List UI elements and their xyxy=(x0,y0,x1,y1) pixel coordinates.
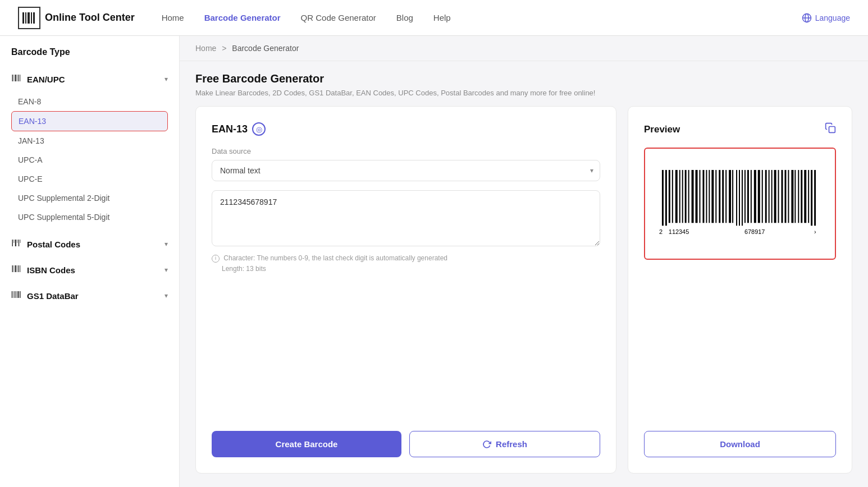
svg-rect-39 xyxy=(682,170,683,223)
svg-rect-50 xyxy=(719,170,720,223)
chevron-down-icon-postal: ▾ xyxy=(165,240,168,248)
download-button[interactable]: Download xyxy=(644,431,836,457)
chevron-down-icon: ▾ xyxy=(165,75,168,83)
svg-rect-23 xyxy=(17,265,18,272)
isbn-cat-icon xyxy=(11,264,21,276)
svg-rect-40 xyxy=(685,170,687,223)
preview-title: Preview xyxy=(644,124,680,135)
refresh-button[interactable]: Refresh xyxy=(409,431,600,457)
breadcrumb-home[interactable]: Home xyxy=(195,44,216,53)
svg-rect-58 xyxy=(744,170,746,223)
svg-text:678917: 678917 xyxy=(744,229,765,236)
svg-rect-13 xyxy=(20,75,21,81)
svg-rect-59 xyxy=(747,170,749,223)
svg-rect-41 xyxy=(688,170,689,223)
svg-rect-11 xyxy=(17,75,18,81)
sidebar-item-ean8[interactable]: EAN-8 xyxy=(11,92,168,111)
preview-header: Preview xyxy=(644,122,836,136)
sidebar-item-upce[interactable]: UPC-E xyxy=(11,169,168,189)
svg-rect-34 xyxy=(665,170,667,226)
action-buttons: Create Barcode Refresh xyxy=(212,417,600,457)
nav-home[interactable]: Home xyxy=(162,13,184,22)
sidebar-category-ean-upc[interactable]: EAN/UPC ▾ xyxy=(0,66,179,92)
sidebar-item-upca[interactable]: UPC-A xyxy=(11,150,168,169)
sidebar-category-postal[interactable]: Postal Codes ▾ xyxy=(0,231,179,257)
svg-rect-1 xyxy=(25,12,26,24)
svg-rect-43 xyxy=(696,170,698,223)
svg-rect-76 xyxy=(804,170,806,223)
svg-rect-42 xyxy=(692,170,694,223)
svg-rect-14 xyxy=(12,240,13,246)
barcode-text-input[interactable]: 2112345678917 xyxy=(212,190,600,246)
copy-icon-button[interactable] xyxy=(825,122,836,136)
gs1-cat-icon xyxy=(11,290,21,302)
sidebar-item-jan13[interactable]: JAN-13 xyxy=(11,131,168,150)
header: Online Tool Center Home Barcode Generato… xyxy=(0,0,868,36)
info-line1: Character: The numbers 0-9, the last che… xyxy=(223,254,447,262)
svg-rect-74 xyxy=(798,170,799,223)
svg-rect-64 xyxy=(765,170,767,223)
sidebar-item-ean13[interactable]: EAN-13 xyxy=(11,111,168,131)
sidebar-category-isbn[interactable]: ISBN Codes ▾ xyxy=(0,257,179,283)
svg-rect-78 xyxy=(811,170,812,226)
content-area: Home > Barcode Generator Free Barcode Ge… xyxy=(180,36,868,487)
svg-rect-38 xyxy=(679,170,680,223)
page-header: Free Barcode Generator Make Linear Barco… xyxy=(180,61,868,106)
category-isbn-label: ISBN Codes xyxy=(27,265,75,275)
svg-rect-37 xyxy=(675,170,678,223)
chevron-down-icon-gs1: ▾ xyxy=(165,292,168,300)
chevron-down-icon-isbn: ▾ xyxy=(165,266,168,274)
main-layout: Barcode Type EAN/UPC ▾ EAN- xyxy=(0,36,868,487)
category-gs1-label: GS1 DataBar xyxy=(27,291,79,301)
sidebar-item-upc-supp2[interactable]: UPC Supplemental 2-Digit xyxy=(11,189,168,208)
panels-container: EAN-13 ◎ Data source Normal text HEX Bas… xyxy=(180,106,868,487)
svg-text:2: 2 xyxy=(659,229,663,236)
language-label: Language xyxy=(815,13,850,22)
barcode-cat-icon xyxy=(11,73,21,85)
svg-text:›: › xyxy=(814,229,816,236)
panel-title-row: EAN-13 ◎ xyxy=(212,122,600,136)
breadcrumb: Home > Barcode Generator xyxy=(180,36,868,61)
create-barcode-button[interactable]: Create Barcode xyxy=(212,431,401,457)
svg-rect-3 xyxy=(31,12,32,24)
svg-rect-2 xyxy=(28,12,30,24)
barcode-image: 2 112345 678917 › xyxy=(656,164,824,242)
svg-rect-8 xyxy=(12,75,13,81)
svg-rect-65 xyxy=(769,170,770,223)
nav-qr-generator[interactable]: QR Code Generator xyxy=(301,13,376,22)
svg-rect-30 xyxy=(17,291,19,298)
svg-rect-66 xyxy=(771,170,773,223)
svg-rect-20 xyxy=(12,265,13,272)
svg-rect-61 xyxy=(754,170,756,223)
logo-icon xyxy=(18,7,40,29)
svg-rect-62 xyxy=(758,170,760,223)
svg-rect-18 xyxy=(19,240,20,246)
sidebar-item-upc-supp5[interactable]: UPC Supplemental 5-Digit xyxy=(11,208,168,227)
nav-blog[interactable]: Blog xyxy=(396,13,413,22)
svg-rect-36 xyxy=(672,170,673,223)
svg-rect-60 xyxy=(751,170,752,223)
nav-barcode-generator[interactable]: Barcode Generator xyxy=(204,13,281,22)
logo: Online Tool Center xyxy=(18,7,135,29)
language-selector[interactable]: Language xyxy=(802,13,850,23)
svg-rect-63 xyxy=(762,170,763,223)
data-source-select-wrapper: Normal text HEX Base64 ▾ xyxy=(212,160,600,181)
page-title: Free Barcode Generator xyxy=(195,72,852,85)
refresh-label: Refresh xyxy=(496,439,527,449)
svg-rect-51 xyxy=(722,170,724,223)
left-panel-title: EAN-13 xyxy=(212,123,248,135)
info-icon-button[interactable]: ◎ xyxy=(252,122,266,136)
sidebar-category-gs1[interactable]: GS1 DataBar ▾ xyxy=(0,283,179,309)
svg-rect-28 xyxy=(15,291,16,298)
refresh-icon xyxy=(482,440,491,449)
svg-rect-26 xyxy=(12,291,13,298)
svg-rect-44 xyxy=(699,170,700,223)
svg-rect-77 xyxy=(808,170,809,223)
info-text: i Character: The numbers 0-9, the last c… xyxy=(212,253,600,274)
breadcrumb-separator: > xyxy=(222,44,226,53)
svg-rect-47 xyxy=(709,170,710,223)
page-description: Make Linear Barcodes, 2D Codes, GS1 Data… xyxy=(195,89,852,97)
data-source-select[interactable]: Normal text HEX Base64 xyxy=(212,160,600,181)
postal-cat-icon xyxy=(11,238,21,250)
nav-help[interactable]: Help xyxy=(433,13,451,22)
